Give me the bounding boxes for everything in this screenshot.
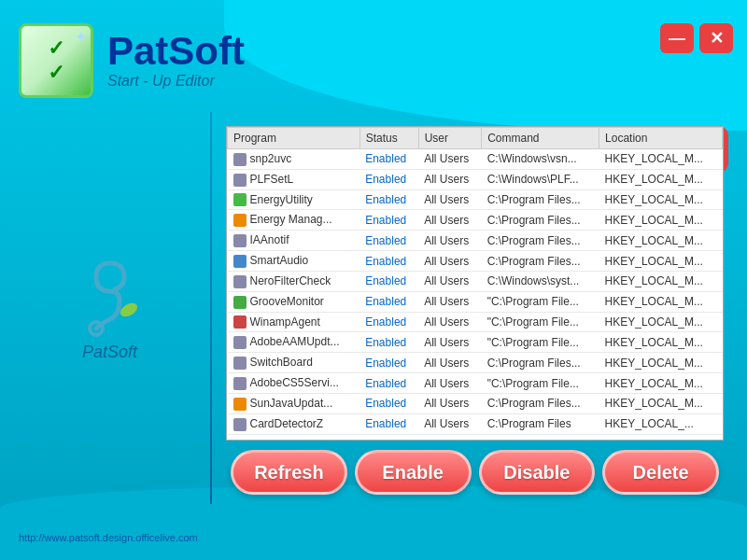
app-logo: ✦ [19, 23, 93, 98]
col-location: Location [599, 128, 723, 149]
cell-program: AdobeAAMUpdt... [228, 332, 360, 353]
cell-user: All Users [418, 231, 481, 251]
cell-command: C:\Program Files... [482, 251, 599, 272]
cell-status: Enabled [359, 312, 418, 332]
table-row[interactable]: AdobeAAMUpdt...EnabledAll Users"C:\Progr… [228, 332, 723, 353]
window-controls: — ✕ [660, 23, 733, 53]
table-row[interactable]: SmartAudioEnabledAll UsersC:\Program Fil… [228, 251, 723, 272]
row-icon [233, 398, 247, 411]
table-row[interactable]: SwitchBoardEnabledAll UsersC:\Program Fi… [228, 353, 723, 373]
row-icon [233, 336, 247, 349]
main-content: Program Status User Command Location snp… [212, 112, 738, 504]
cell-location: HKEY_LOCAL_M... [599, 169, 723, 189]
minimize-button[interactable]: — [660, 23, 694, 53]
cell-command: "C:\Program File... [482, 332, 599, 353]
row-icon [233, 174, 247, 187]
cell-location: HKEY_LOCAL_M... [599, 231, 723, 251]
cell-location: HKEY_LOCAL_M... [599, 271, 723, 291]
cell-status: Enabled [359, 332, 418, 353]
cell-location: HKEY_LOCAL_M... [599, 373, 723, 394]
cell-location: HKEY_LOCAL_... [599, 413, 723, 434]
programs-table: Program Status User Command Location snp… [227, 127, 723, 435]
cell-location: HKEY_LOCAL_M... [599, 251, 723, 272]
table-row[interactable]: SunJavaUpdat...EnabledAll UsersC:\Progra… [228, 393, 723, 413]
table-row[interactable]: IAAnotifEnabledAll UsersC:\Program Files… [228, 231, 723, 251]
table-row[interactable]: EnergyUtilityEnabledAll UsersC:\Program … [228, 189, 723, 210]
table-row[interactable]: WinampAgentEnabledAll Users"C:\Program F… [228, 312, 723, 332]
cell-program: Energy Manag... [228, 210, 360, 231]
table-row[interactable]: AdobeCS5Servi...EnabledAll Users"C:\Prog… [228, 373, 723, 394]
cell-command: C:\Windows\PLF... [482, 169, 599, 189]
cell-status: Enabled [359, 353, 418, 373]
cell-command: C:\Program Files... [482, 231, 599, 251]
table-header: Program Status User Command Location [228, 128, 723, 149]
enable-button[interactable]: Enable [355, 450, 472, 495]
table-row[interactable]: CardDetectorZEnabledAll UsersC:\Program … [228, 413, 723, 434]
cell-command: C:\Program Files... [482, 189, 599, 210]
title-text: PatSoft Start - Up Editor [107, 32, 245, 90]
cell-location: HKEY_LOCAL_M... [599, 332, 723, 353]
table-scroll-area[interactable]: Program Status User Command Location snp… [227, 127, 723, 440]
cell-user: All Users [418, 169, 481, 189]
app-title: PatSoft [107, 32, 245, 71]
cell-program: EnergyUtility [228, 189, 360, 210]
row-icon [233, 153, 247, 166]
cell-status: Enabled [359, 210, 418, 231]
col-status: Status [359, 128, 418, 149]
footer: http://www.patsoft.design.officelive.com [19, 532, 198, 543]
cell-user: All Users [418, 251, 481, 272]
sidebar-logo [78, 254, 143, 338]
cell-program: SmartAudio [228, 251, 360, 272]
footer-link[interactable]: http://www.patsoft.design.officelive.com [19, 532, 198, 543]
cell-program: IAAnotif [228, 231, 360, 251]
cell-user: All Users [418, 210, 481, 231]
cell-program: WinampAgent [228, 312, 360, 332]
cell-user: All Users [418, 291, 481, 312]
cell-location: HKEY_LOCAL_M... [599, 210, 723, 231]
cell-program: snp2uvc [228, 149, 360, 170]
cell-user: All Users [418, 312, 481, 332]
col-command: Command [482, 128, 599, 149]
row-icon [233, 418, 247, 431]
cell-location: HKEY_LOCAL_M... [599, 291, 723, 312]
cell-command: C:\Program Files [482, 413, 599, 434]
cell-status: Enabled [359, 373, 418, 394]
cell-user: All Users [418, 271, 481, 291]
cell-program: PLFSetL [228, 169, 360, 189]
table-row[interactable]: GrooveMonitorEnabledAll Users"C:\Program… [228, 291, 723, 312]
app-subtitle: Start - Up Editor [107, 73, 245, 90]
row-icon [233, 234, 247, 247]
cell-program: CardDetectorZ [228, 413, 360, 434]
disable-button[interactable]: Disable [479, 450, 596, 495]
cell-user: All Users [418, 353, 481, 373]
cell-command: "C:\Program File... [482, 291, 599, 312]
cell-user: All Users [418, 393, 481, 413]
table-row[interactable]: NeroFilterCheckEnabledAll UsersC:\Window… [228, 271, 723, 291]
cell-command: "C:\Program File... [482, 373, 599, 394]
cell-status: Enabled [359, 189, 418, 210]
cell-location: HKEY_LOCAL_M... [599, 312, 723, 332]
row-icon [233, 275, 247, 288]
cell-command: C:\Windows\syst... [482, 271, 599, 291]
action-buttons: Refresh Enable Disable Delete [226, 450, 724, 495]
cell-command: C:\Program Files... [482, 393, 599, 413]
refresh-button[interactable]: Refresh [231, 450, 347, 495]
cell-status: Enabled [359, 231, 418, 251]
table-row[interactable]: Energy Manag...EnabledAll UsersC:\Progra… [228, 210, 723, 231]
cell-user: All Users [418, 149, 481, 170]
cell-user: All Users [418, 413, 481, 434]
table-row[interactable]: PLFSetLEnabledAll UsersC:\Windows\PLF...… [228, 169, 723, 189]
cell-status: Enabled [359, 271, 418, 291]
table-row[interactable]: snp2uvcEnabledAll UsersC:\Windows\vsn...… [228, 149, 723, 170]
cell-status: Enabled [359, 393, 418, 413]
row-icon [233, 214, 247, 227]
sidebar: PatSoft [9, 112, 210, 504]
cell-status: Enabled [359, 413, 418, 434]
title-bar: ✦ PatSoft Start - Up Editor [9, 9, 738, 112]
sidebar-logo-text: PatSoft [82, 343, 137, 362]
cell-command: C:\Windows\vsn... [482, 149, 599, 170]
main-window: ✦ PatSoft Start - Up Editor — ✕ a PatSof… [9, 9, 738, 551]
delete-button[interactable]: Delete [602, 450, 719, 495]
col-program: Program [228, 128, 360, 149]
close-button[interactable]: ✕ [699, 23, 733, 53]
